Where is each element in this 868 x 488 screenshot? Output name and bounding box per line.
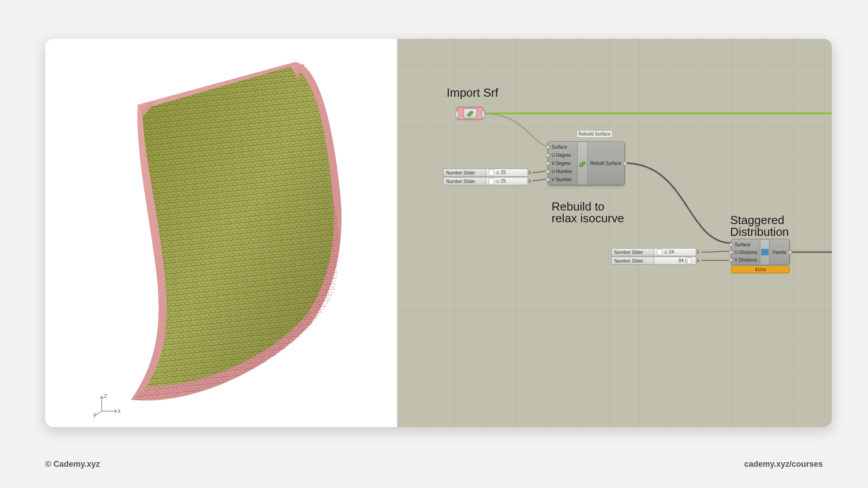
- axis-y-label: y: [93, 411, 96, 418]
- node-output-grip[interactable]: [481, 111, 485, 118]
- footer-url: cademy.xyz/courses: [744, 460, 823, 469]
- slider-thumb[interactable]: [489, 178, 494, 184]
- import-surface-node[interactable]: [457, 107, 484, 120]
- slider-track[interactable]: ◇ 25: [486, 177, 528, 185]
- axis-z-label: z: [104, 392, 107, 399]
- group-label-rebuild: Rebuild to relax isocurve: [552, 201, 624, 224]
- slider-label: Number Slider: [611, 248, 654, 256]
- node-icon: [577, 142, 588, 185]
- rebuild-surface-node[interactable]: Surface U Degree V Degree U Number V Num…: [548, 141, 625, 185]
- slider-output[interactable]: [696, 257, 701, 265]
- surface-param-icon: [463, 108, 477, 118]
- port-surface[interactable]: Surface: [551, 144, 575, 150]
- port-v-divisions[interactable]: V Divisions: [734, 257, 757, 263]
- surface-render: [45, 39, 397, 427]
- footer-copyright: © Cademy.xyz: [45, 460, 100, 469]
- slider-output[interactable]: [696, 248, 701, 256]
- slider-output[interactable]: [528, 169, 533, 177]
- port-v-number[interactable]: V Number: [551, 176, 575, 183]
- rhino-viewport[interactable]: z y x: [45, 39, 398, 427]
- node-inputs: Surface U Degree V Degree U Number V Num…: [548, 142, 577, 185]
- slider-label: Number Slider: [443, 177, 486, 185]
- slider-thumb[interactable]: [489, 169, 494, 176]
- port-v-degree[interactable]: V Degree: [551, 160, 575, 167]
- node-input-grip[interactable]: [455, 111, 459, 118]
- svg-rect-10: [762, 249, 768, 255]
- port-u-degree[interactable]: U Degree: [551, 152, 575, 159]
- node-inputs: Surface U Divisions V Divisions: [731, 239, 760, 265]
- group-label-stagger: Staggered Distribution: [730, 214, 789, 238]
- grasshopper-canvas[interactable]: Import Srf Rebuild Surface Surface U Deg…: [398, 39, 832, 427]
- slider-track[interactable]: 84 ◇: [654, 257, 696, 265]
- slider-track[interactable]: ◇ 24: [654, 248, 696, 256]
- slider-thumb[interactable]: [657, 249, 662, 255]
- slider-output[interactable]: [528, 177, 533, 185]
- slider-label: Number Slider: [611, 257, 654, 265]
- number-slider-4[interactable]: Number Slider 84 ◇: [611, 257, 701, 265]
- port-u-divisions[interactable]: U Divisions: [734, 249, 757, 255]
- staggered-panels-node[interactable]: Surface U Divisions V Divisions Panels: [731, 239, 790, 265]
- slider-label: Number Slider: [443, 169, 486, 177]
- axis-x-label: x: [118, 407, 121, 414]
- axis-gizmo: z y x: [95, 394, 122, 418]
- rebuild-surface-label: Rebuild Surface: [576, 130, 613, 138]
- number-slider-1[interactable]: Number Slider ◇ 25: [443, 169, 533, 177]
- node-outputs: Panels: [769, 239, 789, 265]
- node-icon: [760, 239, 769, 265]
- port-surface[interactable]: Surface: [734, 241, 757, 248]
- port-rebuilt-surface[interactable]: Rebuilt Surface: [590, 160, 622, 167]
- port-panels[interactable]: Panels: [772, 249, 787, 256]
- slider-track[interactable]: ◇ 25: [486, 169, 528, 177]
- number-slider-3[interactable]: Number Slider ◇ 24: [611, 248, 701, 256]
- group-label-import: Import Srf: [447, 87, 498, 99]
- node-profiler-badge: 41ms: [731, 266, 790, 273]
- node-outputs: Rebuilt Surface: [588, 142, 624, 185]
- port-u-number[interactable]: U Number: [551, 168, 575, 175]
- app-frame: z y x Import Srf: [45, 39, 832, 427]
- number-slider-2[interactable]: Number Slider ◇ 25: [443, 177, 533, 185]
